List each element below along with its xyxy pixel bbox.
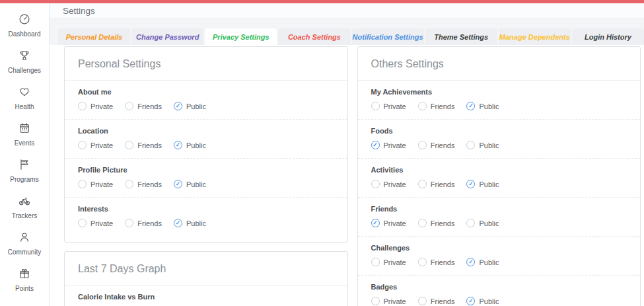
radio-private[interactable]: ✓Private	[371, 141, 406, 149]
tab-notification-settings[interactable]: Notification Settings	[352, 28, 424, 45]
radio-public[interactable]: ✓Public	[466, 102, 499, 110]
radio-checked-icon: ✓	[466, 258, 475, 266]
radio-friends[interactable]: Friends	[125, 102, 162, 110]
radio-circle-icon	[125, 102, 133, 110]
left-column: Personal SettingsAbout mePrivateFriends✓…	[64, 46, 348, 306]
visibility-radio-group: ✓PrivateFriendsPublic	[371, 219, 627, 227]
radio-private[interactable]: Private	[78, 180, 113, 188]
sidebar-item-label: Health	[15, 103, 34, 110]
radio-public[interactable]: ✓Public	[174, 219, 206, 227]
tab-privacy-settings[interactable]: Privacy Settings	[205, 28, 277, 45]
radio-friends[interactable]: Friends	[418, 141, 455, 149]
sidebar-item-label: Community	[8, 249, 42, 256]
radio-circle-icon	[78, 141, 87, 149]
radio-private[interactable]: Private	[78, 219, 113, 227]
setting-row-profile-picture: Profile PicturePrivateFriends✓Public	[65, 158, 347, 197]
radio-option-label: Friends	[431, 258, 455, 266]
app-window: DashboardChallengesHealthEventsProgramsT…	[0, 3, 644, 306]
radio-option-label: Private	[90, 219, 113, 227]
main-area: Settings Personal DetailsChange Password…	[50, 3, 644, 306]
radio-public[interactable]: ✓Public	[174, 180, 206, 188]
radio-checked-icon: ✓	[371, 219, 380, 227]
setting-row-challenges: ChallengesPrivateFriends✓Public	[358, 236, 641, 275]
heart-icon	[18, 85, 31, 101]
right-column: Others SettingsMy AchievementsPrivateFri…	[357, 46, 641, 306]
radio-friends[interactable]: Friends	[125, 219, 162, 227]
radio-friends[interactable]: Friends	[418, 102, 455, 110]
radio-private[interactable]: Private	[78, 141, 113, 149]
radio-public[interactable]: ✓Public	[174, 102, 206, 110]
radio-friends[interactable]: Friends	[418, 297, 455, 305]
sidebar-item-programs[interactable]: Programs	[0, 153, 49, 189]
setting-label: Badges	[371, 283, 627, 291]
sidebar-item-label: Points	[15, 285, 34, 292]
radio-private[interactable]: Private	[371, 102, 406, 110]
sidebar-item-health[interactable]: Health	[0, 80, 49, 116]
setting-row-my-achievements: My AchievementsPrivateFriends✓Public	[358, 81, 641, 119]
radio-friends[interactable]: Friends	[418, 180, 455, 188]
radio-public[interactable]: ✓Public	[174, 141, 206, 149]
sidebar-item-points[interactable]: Points	[0, 262, 49, 298]
radio-private[interactable]: ✓Private	[371, 219, 406, 227]
check-icon: ✓	[373, 220, 378, 226]
radio-option-label: Private	[384, 141, 406, 149]
setting-row-about-me: About mePrivateFriends✓Public	[65, 81, 347, 119]
radio-circle-icon	[371, 258, 380, 266]
check-icon: ✓	[468, 298, 474, 304]
radio-public[interactable]: ✓Public	[466, 297, 499, 305]
gift-icon	[18, 267, 31, 283]
check-icon: ✓	[468, 259, 474, 265]
sidebar-item-dashboard[interactable]: Dashboard	[0, 7, 49, 44]
radio-circle-icon	[125, 180, 133, 188]
bicycle-icon	[18, 194, 31, 210]
tab-personal-details[interactable]: Personal Details	[58, 28, 130, 45]
sidebar-item-challenges[interactable]: Challenges	[0, 44, 49, 80]
tab-manage-dependents[interactable]: Manage Dependents	[499, 28, 571, 45]
radio-option-label: Public	[479, 102, 499, 110]
radio-option-label: Friends	[137, 102, 162, 110]
radio-circle-icon	[371, 102, 380, 110]
radio-private[interactable]: Private	[371, 180, 406, 188]
content-area: Personal SettingsAbout mePrivateFriends✓…	[50, 45, 644, 306]
radio-private[interactable]: Private	[371, 297, 406, 305]
radio-circle-icon	[418, 141, 427, 149]
radio-circle-icon	[418, 258, 427, 266]
check-icon: ✓	[468, 103, 474, 109]
setting-row-interests: InterestsPrivateFriends✓Public	[65, 197, 347, 236]
radio-public[interactable]: Public	[466, 219, 499, 227]
sidebar-item-trackers[interactable]: Trackers	[0, 189, 49, 225]
check-icon: ✓	[176, 220, 181, 226]
radio-option-label: Friends	[431, 297, 455, 305]
setting-row-friends: Friends✓PrivateFriendsPublic	[358, 197, 641, 236]
tab-login-history[interactable]: Login History	[572, 28, 644, 45]
sidebar-item-label: Programs	[10, 176, 38, 183]
radio-public[interactable]: ✓Public	[466, 180, 499, 188]
sidebar-item-events[interactable]: Events	[0, 116, 49, 153]
check-icon: ✓	[373, 142, 378, 148]
panel-rows: My AchievementsPrivateFriends✓PublicFood…	[358, 81, 641, 306]
radio-private[interactable]: Private	[371, 258, 406, 266]
visibility-radio-group: PrivateFriends✓Public	[78, 219, 334, 227]
radio-option-label: Public	[479, 258, 499, 266]
radio-public[interactable]: Public	[466, 141, 499, 149]
radio-option-label: Private	[384, 180, 406, 188]
radio-friends[interactable]: Friends	[125, 141, 162, 149]
radio-private[interactable]: Private	[78, 102, 113, 110]
radio-checked-icon: ✓	[174, 102, 182, 110]
tab-theme-settings[interactable]: Theme Settings	[425, 28, 497, 45]
sidebar-item-label: Trackers	[12, 212, 38, 219]
tab-coach-settings[interactable]: Coach Settings	[278, 28, 350, 45]
radio-circle-icon	[371, 180, 380, 188]
radio-friends[interactable]: Friends	[418, 258, 455, 266]
radio-public[interactable]: ✓Public	[466, 258, 499, 266]
sidebar-item-community[interactable]: Community	[0, 225, 49, 262]
radio-option-label: Private	[384, 219, 406, 227]
radio-friends[interactable]: Friends	[418, 219, 455, 227]
radio-friends[interactable]: Friends	[125, 180, 162, 188]
radio-option-label: Private	[384, 258, 406, 266]
radio-circle-icon	[466, 141, 475, 149]
radio-circle-icon	[125, 141, 133, 149]
radio-checked-icon: ✓	[174, 219, 182, 227]
radio-option-label: Public	[479, 180, 499, 188]
tab-change-password[interactable]: Change Password	[131, 28, 203, 45]
